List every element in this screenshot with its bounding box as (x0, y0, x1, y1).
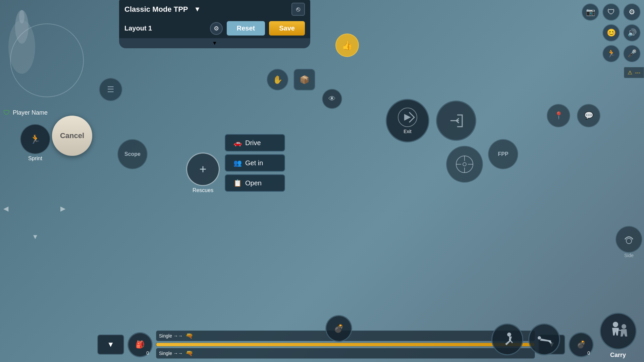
weapon2-icon: 🔫 (185, 350, 193, 357)
emoji-icon[interactable]: 😊 (602, 24, 620, 42)
svg-point-10 (507, 333, 511, 337)
nav-right-arrow[interactable]: ▶ (60, 204, 65, 213)
drive-icon: 🚗 (233, 139, 242, 147)
gear-icon[interactable]: ⚙ (623, 3, 641, 21)
sprint-button[interactable]: 🏃 Sprint (20, 124, 50, 162)
svg-point-14 (622, 324, 626, 329)
mode-bar: Classic Mode TPP ▼ ⎋ (119, 0, 310, 18)
warning-icon: ⚠ (628, 69, 632, 76)
hand-grab-icon[interactable]: ✋ (267, 69, 288, 90)
top-icon-row1: 📷 🛡 ⚙ (582, 3, 641, 21)
weapon2-label: Single →→ (159, 351, 183, 356)
shield-icon[interactable]: 🛡 (602, 3, 620, 21)
open-icon: 📋 (233, 179, 242, 187)
kneel-button[interactable] (491, 323, 523, 355)
open-button[interactable]: 📋 Open (225, 174, 285, 192)
save-button[interactable]: Save (269, 21, 305, 36)
svg-point-12 (626, 238, 632, 244)
run-icon[interactable]: 🏃 (602, 45, 620, 62)
layout-gear-button[interactable]: ⚙ (210, 22, 223, 35)
top-icon-row2: 😊 🔊 (582, 24, 641, 42)
map-icon[interactable]: 📍 (547, 104, 570, 127)
joystick-outer-ring (10, 23, 84, 97)
export-button[interactable]: ⎋ (291, 3, 305, 16)
svg-point-13 (613, 322, 618, 327)
sprint-circle: 🏃 (20, 124, 50, 154)
side-label: Side (624, 253, 634, 258)
player-name-text: Player Name (13, 109, 48, 116)
mode-title: Classic Mode TPP (124, 5, 188, 14)
layout-label: Layout 1 (124, 24, 206, 32)
throwable-count: 0 (587, 350, 590, 356)
eye-icon[interactable]: 👁 (322, 89, 342, 109)
throwable-item-button[interactable]: 💣 0 (569, 332, 594, 357)
mic-icon[interactable]: 🎤 (623, 45, 641, 62)
drive-button[interactable]: 🚗 Drive (225, 134, 285, 152)
get-in-icon: 👥 (233, 159, 242, 167)
carry-button[interactable] (600, 313, 637, 350)
sprint-label: Sprint (28, 156, 42, 162)
context-menu: 🚗 Drive 👥 Get in 📋 Open (225, 134, 285, 192)
throwable-icon: 💣 (577, 340, 586, 349)
get-in-button[interactable]: 👥 Get in (225, 154, 285, 172)
vehicle-exit-area: Exit (386, 99, 476, 142)
carry-label: Carry (610, 352, 626, 359)
warning-text: --- (635, 70, 640, 76)
right-action-buttons (491, 323, 560, 355)
camera-icon[interactable]: 📷 (582, 3, 599, 21)
health-item-button[interactable]: 🎒 0 (127, 332, 153, 357)
weapon-slot-2[interactable]: Single →→ 🔫 (156, 348, 535, 359)
grenade-button[interactable]: 💣 (325, 315, 352, 342)
warning-bar: ⚠ --- (624, 67, 644, 78)
open-label: Open (245, 179, 262, 187)
rescues-button[interactable]: + Rescues (186, 153, 220, 193)
weapon1-label: Single →→ (159, 333, 183, 339)
exit-vehicle-button2[interactable] (436, 101, 476, 141)
rescues-circle: + (186, 153, 220, 186)
rescues-label: Rescues (193, 187, 213, 193)
thumbs-up-button[interactable]: 👍 (335, 34, 359, 57)
health-icon: 🎒 (136, 340, 145, 349)
nav-left-arrow[interactable]: ◀ (3, 204, 8, 213)
top-right-icons: 📷 🛡 ⚙ 😊 🔊 🏃 🎤 (582, 3, 641, 62)
bottom-left-chevron[interactable]: ▼ (97, 335, 124, 355)
top-toolbar: Classic Mode TPP ▼ ⎋ Layout 1 ⚙ Reset Sa… (119, 0, 310, 48)
cancel-button[interactable]: Cancel (52, 116, 92, 156)
exit-vehicle-button[interactable]: Exit (386, 99, 429, 142)
scope-button[interactable]: Scope (117, 139, 148, 169)
chat-icon[interactable]: 💬 (577, 104, 600, 127)
get-in-label: Get in (245, 159, 263, 167)
background (0, 0, 644, 362)
prone-button[interactable] (528, 323, 560, 355)
exit-label: Exit (404, 129, 411, 134)
weapon1-icon: 🔫 (185, 332, 193, 340)
layout-bar: Layout 1 ⚙ Reset Save (119, 18, 310, 38)
nav-down-arrow[interactable]: ▼ (32, 233, 39, 241)
crate-icon[interactable]: 📦 (293, 69, 315, 90)
dropdown-icon[interactable]: ▼ (194, 5, 201, 13)
carry-section: Carry (592, 275, 644, 362)
collapse-icon: ▼ (212, 40, 217, 46)
fpp-button[interactable]: FPP (488, 139, 518, 169)
side-button[interactable]: Side (615, 226, 642, 258)
side-circle (615, 226, 642, 253)
svg-point-11 (538, 336, 541, 340)
health-item-count: 0 (146, 350, 149, 356)
reset-button[interactable]: Reset (227, 21, 265, 36)
collapse-bar[interactable]: ▼ (119, 38, 310, 48)
svg-point-5 (463, 163, 466, 166)
volume-icon[interactable]: 🔊 (623, 24, 641, 42)
crosshair-button[interactable] (446, 146, 483, 183)
minimap-list-icon[interactable]: ☰ (99, 78, 122, 101)
joystick-area[interactable] (3, 17, 91, 104)
drive-label: Drive (245, 139, 261, 147)
top-icon-row3: 🏃 🎤 (582, 45, 641, 62)
player-shield-icon: 🛡 (3, 109, 10, 117)
player-name-bar: 🛡 Player Name (3, 109, 48, 117)
